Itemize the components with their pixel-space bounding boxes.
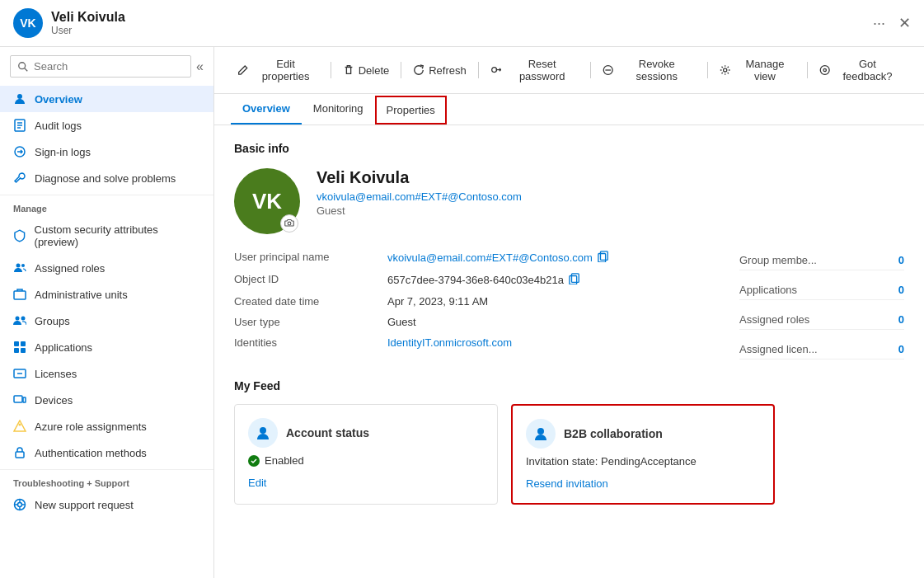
header: VK Veli Koivula User ··· ✕ [0, 0, 924, 47]
svg-point-30 [491, 68, 496, 73]
troubleshooting-section-header: Troubleshooting + Support [0, 469, 213, 491]
sidebar-item-label: Assigned roles [35, 262, 105, 275]
auth-icon [13, 446, 26, 459]
reset-password-button[interactable]: Reset password [484, 54, 586, 87]
admin-icon [13, 288, 26, 301]
sidebar-item-label: Groups [35, 315, 70, 327]
camera-icon[interactable] [280, 214, 298, 233]
user-type-label: User type [234, 316, 374, 328]
sidebar-item-signin-logs[interactable]: Sign-in logs [0, 139, 213, 165]
copy-id-icon[interactable] [569, 273, 580, 287]
assigned-licenses-label: Assigned licen... [739, 343, 818, 355]
svg-rect-10 [14, 291, 26, 299]
license-icon [13, 367, 26, 380]
svg-rect-14 [21, 341, 26, 346]
manage-view-button[interactable]: Manage view [713, 54, 802, 87]
revoke-icon [603, 64, 613, 76]
sidebar-item-label: Azure role assignments [35, 421, 147, 433]
profile-name: Veli Koivula [317, 168, 522, 187]
svg-point-0 [19, 62, 26, 68]
tab-overview[interactable]: Overview [231, 94, 302, 125]
sidebar-item-assigned-roles[interactable]: Assigned roles [0, 255, 213, 281]
sidebar-item-label: Overview [35, 93, 82, 106]
assigned-licenses-value[interactable]: 0 [898, 343, 904, 355]
toolbar-divider [807, 62, 808, 78]
sidebar-item-audit-logs[interactable]: Audit logs [0, 112, 213, 139]
roles-icon [13, 261, 26, 275]
upn-label: User principal name [234, 251, 374, 265]
toolbar-divider [707, 62, 708, 78]
upn-value: vkoivula@email.com#EXT#@Contoso.com [387, 251, 593, 264]
resend-invitation-link[interactable]: Resend invitation [526, 477, 608, 490]
svg-point-37 [288, 222, 291, 225]
delete-icon [343, 64, 354, 76]
search-input[interactable] [34, 60, 184, 73]
sidebar-item-diagnose[interactable]: Diagnose and solve problems [0, 165, 213, 191]
group-members-value[interactable]: 0 [898, 254, 904, 266]
profile-email: vkoivula@email.com#EXT#@Contoso.com [317, 190, 522, 203]
main-content: Edit properties Delete Refresh Reset pas… [214, 47, 924, 578]
group-members-label: Group membe... [739, 254, 817, 266]
svg-rect-23 [16, 452, 24, 458]
tabs-bar: Overview Monitoring Properties [214, 94, 924, 125]
created-label: Created date time [234, 295, 374, 308]
sidebar-item-groups[interactable]: Groups [0, 308, 213, 334]
identities-value: IdentityIT.onmicrosoft.com [387, 336, 720, 349]
svg-rect-15 [14, 348, 19, 353]
b2b-card: B2B collaboration Invitation state: Pend… [511, 404, 775, 505]
svg-rect-16 [21, 348, 26, 353]
assigned-roles-stat-label: Assigned roles [739, 313, 809, 326]
toolbar-divider [331, 62, 331, 78]
feedback-button[interactable]: Got feedback? [813, 54, 908, 87]
sidebar-item-overview[interactable]: Overview [0, 86, 213, 112]
edit-properties-button[interactable]: Edit properties [231, 54, 326, 87]
applications-stat-value[interactable]: 0 [898, 284, 904, 296]
sidebar-item-label: Sign-in logs [35, 146, 91, 158]
account-edit-link[interactable]: Edit [248, 477, 266, 489]
edit-icon [237, 64, 248, 76]
header-info: Veli Koivula User [51, 10, 873, 36]
account-icon [248, 418, 278, 448]
tab-properties[interactable]: Properties [375, 96, 447, 125]
svg-point-11 [16, 317, 20, 321]
feedback-icon [819, 64, 830, 76]
svg-point-43 [537, 428, 544, 435]
sidebar-item-label: Custom security attributes (preview) [35, 223, 200, 248]
delete-button[interactable]: Delete [336, 60, 396, 81]
collapse-icon[interactable]: « [196, 59, 204, 74]
user-type-value: Guest [387, 316, 720, 328]
tab-monitoring[interactable]: Monitoring [302, 94, 375, 125]
sidebar-item-applications[interactable]: Applications [0, 334, 213, 360]
sidebar-item-label: Audit logs [35, 120, 82, 132]
sidebar-item-custom-security[interactable]: Custom security attributes (preview) [0, 217, 213, 255]
svg-point-36 [823, 68, 826, 71]
shield-icon [13, 229, 26, 242]
sidebar-item-azure-role[interactable]: Azure role assignments [0, 413, 213, 439]
sidebar-search-box[interactable] [10, 55, 191, 78]
log-icon [13, 119, 26, 132]
object-id-value: 657c7dee-3794-36e8-640c03e4b21a [387, 274, 564, 286]
sidebar-item-devices[interactable]: Devices [0, 387, 213, 413]
close-icon[interactable]: ✕ [898, 14, 911, 32]
svg-point-35 [820, 66, 829, 75]
svg-point-34 [723, 68, 726, 72]
sidebar-item-new-support[interactable]: New support request [0, 491, 213, 518]
enabled-dot [248, 455, 260, 467]
sidebar-item-admin-units[interactable]: Administrative units [0, 281, 213, 308]
support-icon [13, 498, 26, 511]
sidebar-item-auth-methods[interactable]: Authentication methods [0, 439, 213, 466]
more-icon[interactable]: ··· [873, 15, 885, 32]
assigned-roles-stat-value[interactable]: 0 [898, 313, 904, 326]
svg-point-12 [21, 317, 26, 321]
sidebar-item-licenses[interactable]: Licenses [0, 360, 213, 387]
groups-icon [13, 314, 26, 327]
account-status-title: Account status [286, 426, 369, 439]
header-role: User [51, 25, 873, 36]
account-status-card: Account status Enabled Edit [234, 404, 498, 505]
b2b-icon [526, 419, 556, 449]
copy-upn-icon[interactable] [598, 251, 609, 265]
revoke-sessions-button[interactable]: Revoke sessions [596, 54, 702, 87]
gear-icon [720, 64, 730, 76]
refresh-button[interactable]: Refresh [406, 60, 473, 81]
profile-user-type: Guest [317, 204, 522, 217]
